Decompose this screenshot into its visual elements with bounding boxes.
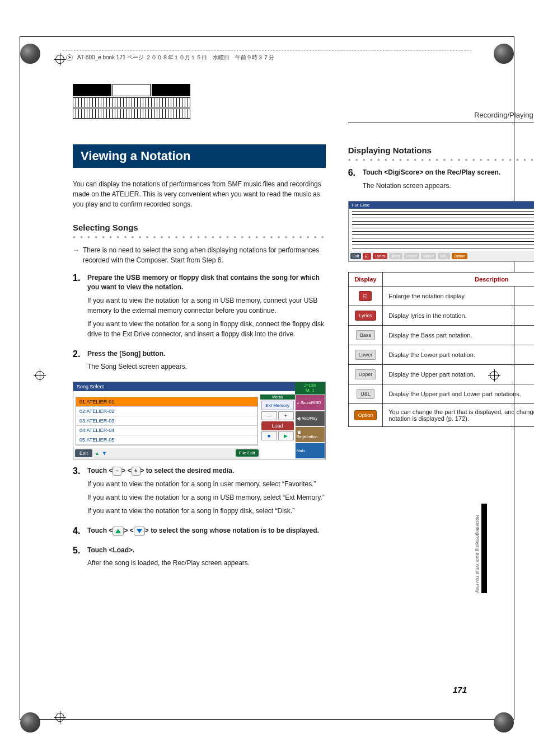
- song-list: 01:ATELIER-01 02:ATELIER-02 03:ATELIER-0…: [76, 397, 258, 445]
- option-icon: Option: [354, 410, 377, 420]
- enlarge-icon: ◱: [359, 291, 372, 301]
- table-desc: Display lyrics in the notation.: [383, 306, 534, 325]
- plus-button[interactable]: +: [278, 411, 294, 420]
- table-desc: Display the Lower part notation.: [383, 345, 534, 364]
- step-body: The Notation screen appears.: [363, 181, 534, 191]
- step-body: If you want to view the notation for a s…: [87, 295, 326, 316]
- music-staff: [352, 231, 534, 249]
- tab-recplay[interactable]: ◀) Rec/Play: [296, 411, 325, 426]
- table-desc: Enlarge the notation display.: [383, 286, 534, 306]
- lower-button[interactable]: Lower: [404, 253, 419, 259]
- tab-sound[interactable]: ♫ Sound/KBD: [296, 395, 325, 410]
- tab-registration[interactable]: 📋 Registration: [296, 427, 325, 442]
- step-4: 4. Touch <> <> to select the song whose …: [73, 526, 326, 539]
- intro-paragraph: You can display the notations of perform…: [73, 179, 326, 209]
- description-table: Display Description ◱ Enlarge the notati…: [348, 272, 534, 427]
- list-item[interactable]: 05:ATELIER-05: [76, 435, 257, 445]
- upper-button[interactable]: Upper: [421, 253, 436, 259]
- play-icon[interactable]: ▶: [278, 431, 294, 440]
- tempo-display: ♩=130 M: 1: [295, 382, 325, 395]
- up-arrow-icon: [113, 527, 124, 536]
- right-column: Recording/Playing Back What You Play Dis…: [348, 111, 534, 700]
- table-row: Option You can change the part that is d…: [348, 403, 534, 426]
- table-desc: You can change the part that is displaye…: [383, 403, 534, 426]
- print-mark-corner: [494, 712, 514, 732]
- step-body: The Song Select screen appears.: [87, 361, 326, 372]
- table-row: Lyrics Display lyrics in the notation.: [348, 306, 534, 325]
- exit-button[interactable]: Exit: [75, 449, 92, 457]
- step-number: 5.: [73, 546, 83, 572]
- score-title: Fur Elise: [352, 203, 370, 208]
- list-item[interactable]: 02:ATELIER-02: [76, 407, 257, 416]
- scroll-up-icon[interactable]: ▲: [95, 450, 100, 456]
- bass-button[interactable]: Bass: [389, 253, 402, 259]
- down-arrow-icon: [134, 527, 145, 536]
- print-mark-corner: [20, 44, 40, 64]
- dotted-rule: ● ● ● ● ● ● ● ● ● ● ● ● ● ● ● ● ● ● ● ● …: [73, 234, 326, 240]
- song-select-screenshot: Song Select ♩=130 M: 1 01:ATELIER-01 02:…: [73, 382, 326, 459]
- side-chapter-text: Recording/Playing Back What You Play: [475, 515, 480, 593]
- table-row: Bass Display the Bass part notation.: [348, 325, 534, 345]
- step-lead: Touch <> <> to select the song whose not…: [87, 526, 326, 536]
- table-row: Upper Display the Upper part notation.: [348, 364, 534, 384]
- step-2: 2. Press the [Song] button. The Song Sel…: [73, 349, 326, 375]
- step-lead: Press the [Song] button.: [87, 349, 326, 359]
- step-number: 2.: [73, 349, 83, 375]
- step-5: 5. Touch <Load>. After the song is loade…: [73, 546, 326, 572]
- print-header: ➤ AT-800_e.book 171 ページ ２００８年１０月１５日 水曜日 …: [63, 50, 471, 64]
- registration-mark: [54, 711, 66, 724]
- dotted-rule: ● ● ● ● ● ● ● ● ● ● ● ● ● ● ● ● ● ● ● ● …: [348, 157, 534, 162]
- file-edit-button[interactable]: File Edit: [236, 449, 259, 457]
- step-body: If you want to view the notation for a s…: [87, 506, 326, 516]
- left-column: Viewing a Notation You can display the n…: [73, 111, 326, 700]
- print-mark-corner: [494, 44, 514, 64]
- media-value[interactable]: Ext Memory: [261, 401, 294, 410]
- music-staff: [352, 211, 534, 229]
- chapter-heading: Recording/Playing Back What You Play: [348, 111, 534, 123]
- page-content: Viewing a Notation You can display the n…: [73, 111, 467, 700]
- screen-title: Song Select: [77, 384, 104, 389]
- list-item[interactable]: 01:ATELIER-01: [76, 397, 257, 407]
- list-item[interactable]: 04:ATELIER-04: [76, 426, 257, 435]
- step-number: 1.: [73, 273, 83, 342]
- main-heading: Viewing a Notation: [73, 144, 326, 168]
- lyrics-button[interactable]: Lyrics: [373, 253, 387, 259]
- header-arrow-icon: ➤: [66, 54, 73, 61]
- step-lead: Touch <−> <+> to select the desired medi…: [87, 466, 326, 476]
- minus-icon: −: [113, 467, 121, 476]
- selecting-songs-heading: Selecting Songs: [73, 223, 326, 232]
- arrow-icon: →: [73, 245, 79, 265]
- side-tabs: ♫ Sound/KBD ◀) Rec/Play 📋 Registration M…: [295, 395, 325, 459]
- table-header: Description: [383, 272, 534, 286]
- table-header: Display: [348, 272, 383, 286]
- step-body: If you want to view the notation for a s…: [87, 479, 326, 489]
- step-3: 3. Touch <−> <+> to select the desired m…: [73, 466, 326, 519]
- registration-mark: [34, 369, 46, 382]
- option-button[interactable]: Option: [452, 253, 468, 259]
- tab-main[interactable]: Main: [296, 443, 325, 458]
- ul-button[interactable]: U&L: [438, 253, 450, 259]
- load-button[interactable]: Load: [261, 421, 294, 430]
- table-desc: Display the Upper part and Lower part no…: [383, 384, 534, 403]
- step-lead: Touch <Load>.: [87, 546, 326, 555]
- step-lead: Touch <DigiScore> on the Rec/Play screen…: [363, 168, 534, 177]
- note-arrow-line: → There is no need to select the song wh…: [73, 245, 326, 265]
- step-body: If you want to view the notation for a s…: [87, 319, 326, 339]
- minus-button[interactable]: —: [261, 411, 277, 420]
- scroll-down-icon[interactable]: ▼: [102, 450, 107, 456]
- exit-button[interactable]: Exit: [350, 253, 362, 259]
- table-row: ◱ Enlarge the notation display.: [348, 286, 534, 306]
- upper-icon: Upper: [355, 369, 377, 379]
- lower-icon: Lower: [355, 350, 377, 360]
- stop-icon[interactable]: ■: [261, 431, 277, 440]
- page-number: 171: [453, 685, 467, 694]
- list-item[interactable]: 03:ATELIER-03: [76, 416, 257, 426]
- plus-icon: +: [132, 467, 140, 476]
- note-text: There is no need to select the song when…: [83, 245, 326, 265]
- step-number: 3.: [73, 466, 83, 519]
- table-desc: Display the Bass part notation.: [383, 325, 534, 345]
- step-number: 6.: [348, 168, 358, 194]
- media-label: Media: [260, 395, 295, 400]
- step-body: After the song is loaded, the Rec/Play s…: [87, 558, 326, 568]
- enlarge-button[interactable]: ◱: [363, 253, 371, 260]
